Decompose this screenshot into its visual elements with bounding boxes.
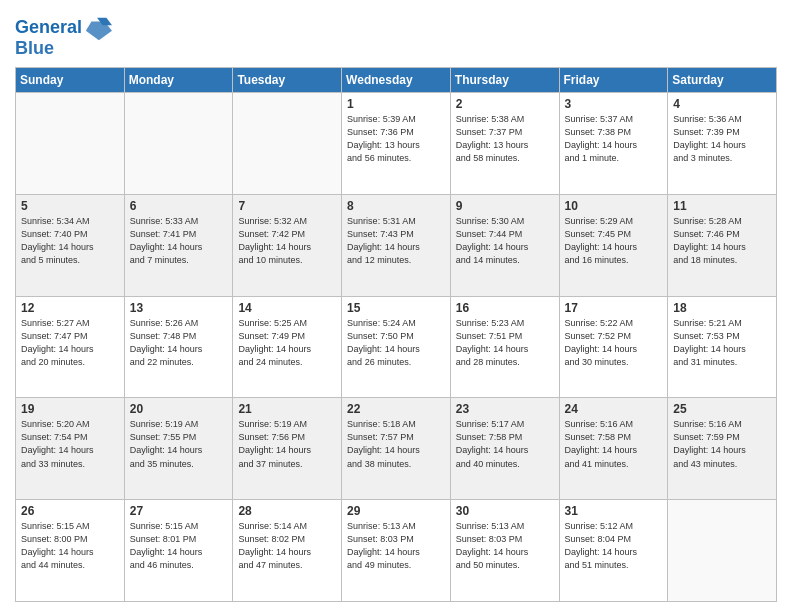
calendar-cell: 7Sunrise: 5:32 AM Sunset: 7:42 PM Daylig… — [233, 194, 342, 296]
day-info: Sunrise: 5:18 AM Sunset: 7:57 PM Dayligh… — [347, 418, 445, 470]
calendar-cell — [124, 93, 233, 195]
day-number: 18 — [673, 301, 771, 315]
calendar-cell — [16, 93, 125, 195]
calendar-day-header: Tuesday — [233, 68, 342, 93]
logo-icon — [84, 14, 112, 42]
day-number: 22 — [347, 402, 445, 416]
day-number: 5 — [21, 199, 119, 213]
calendar-cell: 4Sunrise: 5:36 AM Sunset: 7:39 PM Daylig… — [668, 93, 777, 195]
day-number: 13 — [130, 301, 228, 315]
calendar-cell: 9Sunrise: 5:30 AM Sunset: 7:44 PM Daylig… — [450, 194, 559, 296]
day-number: 4 — [673, 97, 771, 111]
calendar-day-header: Sunday — [16, 68, 125, 93]
day-info: Sunrise: 5:14 AM Sunset: 8:02 PM Dayligh… — [238, 520, 336, 572]
calendar-cell: 11Sunrise: 5:28 AM Sunset: 7:46 PM Dayli… — [668, 194, 777, 296]
calendar-cell: 1Sunrise: 5:39 AM Sunset: 7:36 PM Daylig… — [342, 93, 451, 195]
day-info: Sunrise: 5:30 AM Sunset: 7:44 PM Dayligh… — [456, 215, 554, 267]
calendar-cell: 29Sunrise: 5:13 AM Sunset: 8:03 PM Dayli… — [342, 500, 451, 602]
day-number: 6 — [130, 199, 228, 213]
day-info: Sunrise: 5:26 AM Sunset: 7:48 PM Dayligh… — [130, 317, 228, 369]
calendar-cell: 8Sunrise: 5:31 AM Sunset: 7:43 PM Daylig… — [342, 194, 451, 296]
day-info: Sunrise: 5:19 AM Sunset: 7:56 PM Dayligh… — [238, 418, 336, 470]
calendar-cell: 6Sunrise: 5:33 AM Sunset: 7:41 PM Daylig… — [124, 194, 233, 296]
day-info: Sunrise: 5:25 AM Sunset: 7:49 PM Dayligh… — [238, 317, 336, 369]
calendar-cell: 10Sunrise: 5:29 AM Sunset: 7:45 PM Dayli… — [559, 194, 668, 296]
logo-text: General — [15, 18, 82, 38]
calendar-cell: 31Sunrise: 5:12 AM Sunset: 8:04 PM Dayli… — [559, 500, 668, 602]
day-info: Sunrise: 5:34 AM Sunset: 7:40 PM Dayligh… — [21, 215, 119, 267]
calendar-cell: 12Sunrise: 5:27 AM Sunset: 7:47 PM Dayli… — [16, 296, 125, 398]
calendar-cell: 20Sunrise: 5:19 AM Sunset: 7:55 PM Dayli… — [124, 398, 233, 500]
day-number: 2 — [456, 97, 554, 111]
calendar-header-row: SundayMondayTuesdayWednesdayThursdayFrid… — [16, 68, 777, 93]
day-number: 12 — [21, 301, 119, 315]
day-info: Sunrise: 5:12 AM Sunset: 8:04 PM Dayligh… — [565, 520, 663, 572]
day-info: Sunrise: 5:31 AM Sunset: 7:43 PM Dayligh… — [347, 215, 445, 267]
calendar-cell: 26Sunrise: 5:15 AM Sunset: 8:00 PM Dayli… — [16, 500, 125, 602]
calendar-cell: 5Sunrise: 5:34 AM Sunset: 7:40 PM Daylig… — [16, 194, 125, 296]
day-number: 19 — [21, 402, 119, 416]
day-info: Sunrise: 5:13 AM Sunset: 8:03 PM Dayligh… — [456, 520, 554, 572]
day-info: Sunrise: 5:28 AM Sunset: 7:46 PM Dayligh… — [673, 215, 771, 267]
day-number: 29 — [347, 504, 445, 518]
day-number: 1 — [347, 97, 445, 111]
calendar-day-header: Friday — [559, 68, 668, 93]
day-info: Sunrise: 5:33 AM Sunset: 7:41 PM Dayligh… — [130, 215, 228, 267]
day-number: 20 — [130, 402, 228, 416]
day-number: 26 — [21, 504, 119, 518]
day-number: 27 — [130, 504, 228, 518]
day-info: Sunrise: 5:13 AM Sunset: 8:03 PM Dayligh… — [347, 520, 445, 572]
day-info: Sunrise: 5:37 AM Sunset: 7:38 PM Dayligh… — [565, 113, 663, 165]
calendar-cell: 15Sunrise: 5:24 AM Sunset: 7:50 PM Dayli… — [342, 296, 451, 398]
day-info: Sunrise: 5:22 AM Sunset: 7:52 PM Dayligh… — [565, 317, 663, 369]
day-number: 24 — [565, 402, 663, 416]
calendar-cell: 22Sunrise: 5:18 AM Sunset: 7:57 PM Dayli… — [342, 398, 451, 500]
calendar-cell: 30Sunrise: 5:13 AM Sunset: 8:03 PM Dayli… — [450, 500, 559, 602]
day-number: 3 — [565, 97, 663, 111]
calendar-cell: 19Sunrise: 5:20 AM Sunset: 7:54 PM Dayli… — [16, 398, 125, 500]
day-info: Sunrise: 5:16 AM Sunset: 7:59 PM Dayligh… — [673, 418, 771, 470]
day-number: 31 — [565, 504, 663, 518]
day-number: 8 — [347, 199, 445, 213]
day-info: Sunrise: 5:39 AM Sunset: 7:36 PM Dayligh… — [347, 113, 445, 165]
calendar-cell: 23Sunrise: 5:17 AM Sunset: 7:58 PM Dayli… — [450, 398, 559, 500]
day-info: Sunrise: 5:15 AM Sunset: 8:00 PM Dayligh… — [21, 520, 119, 572]
day-info: Sunrise: 5:32 AM Sunset: 7:42 PM Dayligh… — [238, 215, 336, 267]
calendar-cell: 16Sunrise: 5:23 AM Sunset: 7:51 PM Dayli… — [450, 296, 559, 398]
header: General Blue — [15, 10, 777, 59]
day-number: 23 — [456, 402, 554, 416]
calendar-cell: 24Sunrise: 5:16 AM Sunset: 7:58 PM Dayli… — [559, 398, 668, 500]
day-number: 17 — [565, 301, 663, 315]
day-info: Sunrise: 5:15 AM Sunset: 8:01 PM Dayligh… — [130, 520, 228, 572]
day-info: Sunrise: 5:19 AM Sunset: 7:55 PM Dayligh… — [130, 418, 228, 470]
day-info: Sunrise: 5:20 AM Sunset: 7:54 PM Dayligh… — [21, 418, 119, 470]
calendar-day-header: Thursday — [450, 68, 559, 93]
calendar-cell — [668, 500, 777, 602]
day-info: Sunrise: 5:17 AM Sunset: 7:58 PM Dayligh… — [456, 418, 554, 470]
day-info: Sunrise: 5:27 AM Sunset: 7:47 PM Dayligh… — [21, 317, 119, 369]
calendar-cell: 17Sunrise: 5:22 AM Sunset: 7:52 PM Dayli… — [559, 296, 668, 398]
day-number: 28 — [238, 504, 336, 518]
calendar: SundayMondayTuesdayWednesdayThursdayFrid… — [15, 67, 777, 602]
day-number: 10 — [565, 199, 663, 213]
day-info: Sunrise: 5:16 AM Sunset: 7:58 PM Dayligh… — [565, 418, 663, 470]
day-info: Sunrise: 5:36 AM Sunset: 7:39 PM Dayligh… — [673, 113, 771, 165]
calendar-day-header: Wednesday — [342, 68, 451, 93]
calendar-cell: 18Sunrise: 5:21 AM Sunset: 7:53 PM Dayli… — [668, 296, 777, 398]
calendar-cell: 27Sunrise: 5:15 AM Sunset: 8:01 PM Dayli… — [124, 500, 233, 602]
day-info: Sunrise: 5:23 AM Sunset: 7:51 PM Dayligh… — [456, 317, 554, 369]
day-number: 21 — [238, 402, 336, 416]
day-number: 9 — [456, 199, 554, 213]
calendar-day-header: Saturday — [668, 68, 777, 93]
calendar-cell: 25Sunrise: 5:16 AM Sunset: 7:59 PM Dayli… — [668, 398, 777, 500]
day-number: 7 — [238, 199, 336, 213]
day-info: Sunrise: 5:29 AM Sunset: 7:45 PM Dayligh… — [565, 215, 663, 267]
day-number: 11 — [673, 199, 771, 213]
calendar-day-header: Monday — [124, 68, 233, 93]
logo: General Blue — [15, 14, 112, 59]
day-number: 25 — [673, 402, 771, 416]
day-info: Sunrise: 5:21 AM Sunset: 7:53 PM Dayligh… — [673, 317, 771, 369]
day-number: 30 — [456, 504, 554, 518]
calendar-cell: 28Sunrise: 5:14 AM Sunset: 8:02 PM Dayli… — [233, 500, 342, 602]
day-info: Sunrise: 5:38 AM Sunset: 7:37 PM Dayligh… — [456, 113, 554, 165]
